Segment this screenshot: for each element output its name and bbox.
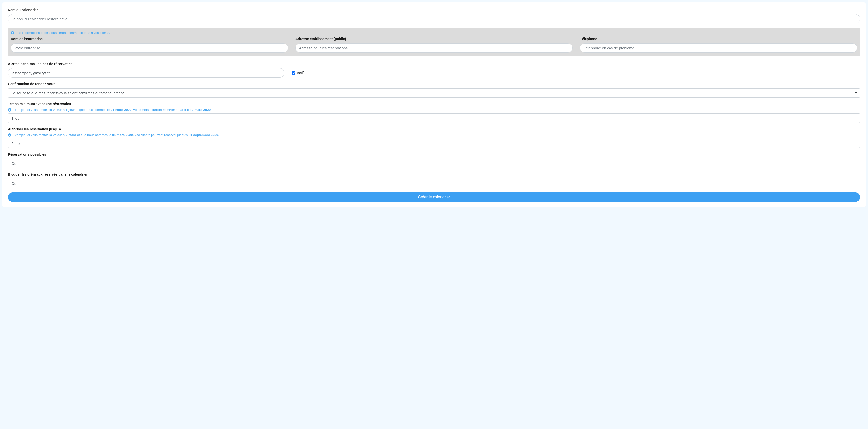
info-icon: i xyxy=(8,133,11,137)
reservations-possible-group: Réservations possibles Oui xyxy=(8,153,860,168)
email-alerts-active-label: Actif xyxy=(297,71,304,75)
info-icon: i xyxy=(8,108,11,111)
block-slots-label: Bloquer les créneaux réservés dans le ca… xyxy=(8,172,860,176)
min-time-label: Temps minimum avant une réservation xyxy=(8,102,860,106)
block-slots-group: Bloquer les créneaux réservés dans le ca… xyxy=(8,172,860,188)
reservations-possible-label: Réservations possibles xyxy=(8,153,860,156)
phone-label: Téléphone xyxy=(580,37,857,41)
email-alerts-input[interactable] xyxy=(8,68,284,77)
email-alerts-active-checkbox[interactable] xyxy=(292,71,296,75)
company-label: Nom de l'entreprise xyxy=(11,37,288,41)
min-time-hint: i Exemple, si vous mettez la valeur à 1 … xyxy=(8,108,860,111)
company-input[interactable] xyxy=(11,43,288,53)
confirmation-group: Confirmation de rendez-vous Je souhaite … xyxy=(8,82,860,98)
address-group: Adresse établissement (public) xyxy=(296,37,573,53)
min-time-group: Temps minimum avant une réservation i Ex… xyxy=(8,102,860,123)
address-input[interactable] xyxy=(296,43,573,53)
phone-input[interactable] xyxy=(580,43,857,53)
create-calendar-button[interactable]: Créer le calendrier xyxy=(8,193,860,202)
form-card: Nom du calendrier i Les informations ci-… xyxy=(2,2,866,207)
calendar-name-group: Nom du calendrier xyxy=(8,8,860,24)
email-alerts-label: Alertes par e-mail en cas de réservation xyxy=(8,62,860,66)
public-info-notice: i Les informations ci-dessous seront com… xyxy=(11,31,857,34)
company-group: Nom de l'entreprise xyxy=(11,37,288,53)
calendar-name-label: Nom du calendrier xyxy=(8,8,860,12)
address-label: Adresse établissement (public) xyxy=(296,37,573,41)
max-time-group: Autoriser les réservation jusqu'à... i E… xyxy=(8,127,860,148)
max-time-select[interactable]: 2 mois xyxy=(8,139,860,148)
info-icon: i xyxy=(11,31,14,34)
public-info-box: i Les informations ci-dessous seront com… xyxy=(8,28,860,57)
min-time-select[interactable]: 1 jour xyxy=(8,113,860,123)
calendar-name-input[interactable] xyxy=(8,14,860,24)
email-alerts-group: Alertes par e-mail en cas de réservation… xyxy=(8,62,860,77)
max-time-label: Autoriser les réservation jusqu'à... xyxy=(8,127,860,131)
max-time-hint: i Exemple, si vous mettez la valeur à 6 … xyxy=(8,133,860,137)
block-slots-select[interactable]: Oui xyxy=(8,179,860,188)
public-info-notice-text: Les informations ci-dessous seront commu… xyxy=(16,31,110,34)
email-alerts-active-wrap: Actif xyxy=(292,71,304,75)
confirmation-select[interactable]: Je souhaite que mes rendez-vous soient c… xyxy=(8,88,860,98)
phone-group: Téléphone xyxy=(580,37,857,53)
confirmation-label: Confirmation de rendez-vous xyxy=(8,82,860,86)
reservations-possible-select[interactable]: Oui xyxy=(8,159,860,168)
